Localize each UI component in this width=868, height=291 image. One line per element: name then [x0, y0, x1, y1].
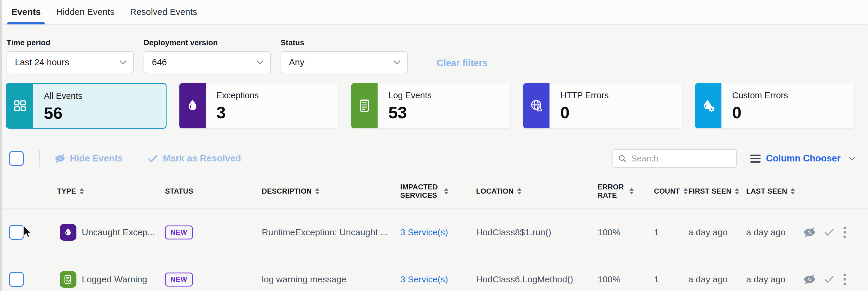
toolbar-divider — [39, 150, 40, 167]
col-header-error-rate[interactable]: ERROR RATE — [594, 183, 650, 199]
col-header-label: ERROR RATE — [597, 183, 626, 199]
row-menu-kebab-icon[interactable] — [842, 225, 847, 239]
filter-bar: Time period Last 24 hours Deployment ver… — [0, 25, 868, 73]
col-header-count[interactable]: COUNT — [650, 187, 688, 195]
sort-icon[interactable] — [444, 188, 448, 194]
tab-hidden-events[interactable]: Hidden Events — [56, 0, 114, 24]
event-location: HodClass8$1.run() — [476, 227, 594, 238]
count-value: 1 — [650, 227, 688, 238]
col-header-label: LAST SEEN — [746, 187, 787, 195]
chevron-down-icon — [394, 58, 401, 64]
card-http-errors[interactable]: HTTP Errors 0 — [523, 83, 682, 129]
log-document-icon — [351, 83, 378, 129]
sort-icon[interactable] — [315, 188, 319, 194]
tab-events[interactable]: Events — [11, 0, 40, 24]
eye-slash-icon — [803, 273, 816, 286]
card-exceptions[interactable]: Exceptions 3 — [179, 83, 339, 129]
col-header-description[interactable]: DESCRIPTION — [262, 187, 400, 195]
search-input[interactable] — [630, 153, 731, 164]
col-header-location[interactable]: LOCATION — [476, 187, 594, 195]
table-toolbar: Hide Events Mark as Resolved Column Choo… — [0, 149, 868, 168]
deployment-version-select[interactable]: 646 — [144, 51, 271, 73]
card-all-events[interactable]: All Events 56 — [6, 83, 166, 129]
first-seen-value: a day ago — [688, 274, 746, 285]
col-header-last-seen[interactable]: LAST SEEN — [746, 187, 803, 195]
hide-events-button[interactable]: Hide Events — [54, 153, 123, 164]
chevron-down-icon — [257, 58, 264, 64]
card-title: Custom Errors — [732, 90, 788, 100]
flame-gear-icon — [695, 83, 721, 129]
filter-label: Deployment version — [144, 38, 271, 47]
filter-deployment-version: Deployment version 646 — [144, 38, 271, 73]
status-value: Any — [289, 57, 305, 67]
sort-icon[interactable] — [735, 188, 739, 194]
card-title: Exceptions — [216, 90, 259, 100]
error-rate-value: 100% — [594, 274, 650, 285]
col-header-label: FIRST SEEN — [688, 187, 731, 195]
hide-event-icon-button[interactable] — [803, 273, 816, 286]
check-icon — [824, 227, 835, 238]
row-checkbox[interactable] — [9, 272, 24, 287]
deployment-version-value: 646 — [152, 57, 167, 67]
last-seen-value: a day ago — [746, 227, 803, 238]
status-badge: NEW — [165, 272, 193, 287]
check-icon — [824, 274, 835, 285]
table-header-row: TYPE STATUS DESCRIPTION IMPACTED SERVICE… — [0, 174, 868, 209]
sort-icon[interactable] — [684, 188, 688, 194]
event-description: log warning message — [262, 274, 400, 285]
col-header-label: LOCATION — [476, 187, 514, 195]
card-title: HTTP Errors — [560, 90, 609, 100]
impacted-services-link[interactable]: 3 Service(s) — [400, 274, 448, 285]
last-seen-value: a day ago — [746, 274, 803, 285]
status-select[interactable]: Any — [281, 51, 408, 73]
filter-status: Status Any — [281, 38, 408, 73]
resolve-event-icon-button[interactable] — [824, 274, 835, 285]
dashboard-icon — [7, 84, 33, 128]
col-header-impacted-services[interactable]: IMPACTED SERVICES — [400, 183, 476, 199]
event-location: HodClass6.LogMethod() — [476, 274, 594, 285]
card-title: All Events — [44, 91, 82, 101]
eye-slash-icon — [54, 153, 66, 164]
time-period-value: Last 24 hours — [15, 57, 69, 67]
card-count: 53 — [388, 103, 432, 122]
event-type-label: Logged Warning — [82, 274, 147, 285]
column-chooser-button[interactable]: Column Chooser — [750, 153, 854, 164]
impacted-services-link[interactable]: 3 Service(s) — [400, 227, 448, 238]
card-count: 0 — [560, 103, 609, 122]
hide-event-icon-button[interactable] — [803, 226, 816, 239]
clear-filters-button[interactable]: Clear filters — [437, 58, 488, 69]
check-icon — [147, 153, 158, 164]
exception-flame-icon — [60, 224, 76, 241]
time-period-select[interactable]: Last 24 hours — [6, 51, 134, 73]
sort-icon[interactable] — [791, 188, 795, 194]
sort-icon[interactable] — [517, 188, 522, 194]
col-header-label: DESCRIPTION — [262, 187, 312, 195]
card-count: 56 — [44, 103, 82, 123]
event-type-label: Uncaught Excep... — [82, 227, 155, 238]
resolve-event-icon-button[interactable] — [824, 227, 835, 238]
mark-resolved-button[interactable]: Mark as Resolved — [147, 153, 241, 164]
row-checkbox[interactable] — [9, 225, 24, 240]
chevron-down-icon — [120, 58, 127, 64]
col-header-label: STATUS — [165, 187, 193, 195]
col-header-label: TYPE — [57, 187, 76, 195]
table-row[interactable]: Logged Warning NEW log warning message 3… — [0, 256, 868, 291]
status-badge: NEW — [165, 225, 193, 240]
select-all-checkbox[interactable] — [9, 151, 24, 166]
tab-bar: Events Hidden Events Resolved Events — [0, 0, 868, 25]
table-row[interactable]: Uncaught Excep... NEW RuntimeException: … — [0, 209, 868, 256]
card-count: 0 — [732, 103, 788, 122]
chevron-down-icon[interactable] — [848, 154, 856, 160]
card-custom-errors[interactable]: Custom Errors 0 — [695, 83, 854, 129]
sort-icon[interactable] — [80, 188, 84, 194]
col-header-type[interactable]: TYPE — [57, 187, 165, 195]
col-header-first-seen[interactable]: FIRST SEEN — [688, 187, 746, 195]
hamburger-icon — [750, 155, 761, 162]
tab-resolved-events[interactable]: Resolved Events — [130, 0, 197, 24]
sort-icon[interactable] — [629, 188, 634, 194]
column-chooser-label: Column Chooser — [766, 153, 841, 164]
row-menu-kebab-icon[interactable] — [842, 272, 847, 286]
card-log-events[interactable]: Log Events 53 — [351, 83, 510, 129]
card-title: Log Events — [388, 90, 432, 100]
flame-icon — [179, 83, 206, 129]
